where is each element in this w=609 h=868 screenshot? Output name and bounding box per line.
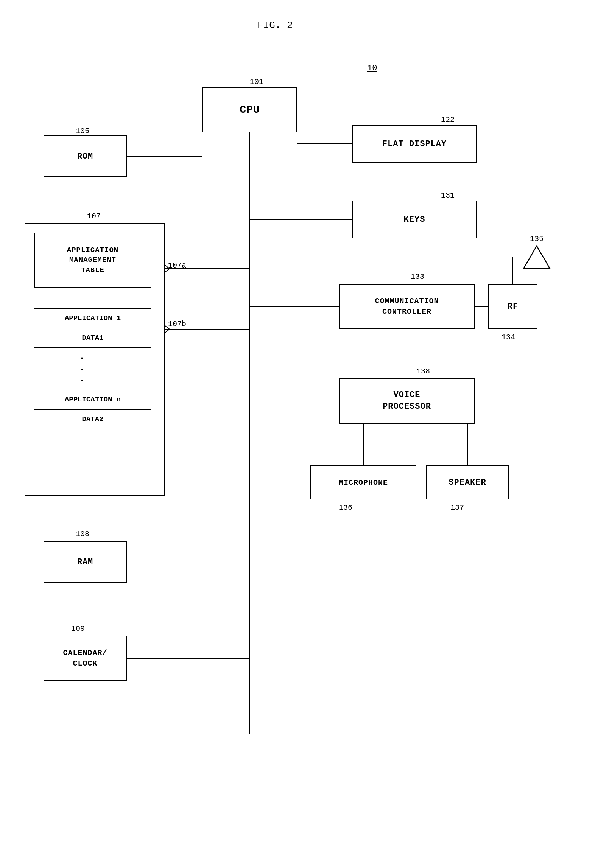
microphone-box: MICROPHONE bbox=[310, 465, 416, 499]
keys-ref: 131 bbox=[441, 191, 455, 200]
dot1: . bbox=[79, 352, 84, 361]
keys-box: KEYS bbox=[352, 201, 477, 238]
rf-ref: 134 bbox=[502, 333, 515, 342]
svg-line-18 bbox=[165, 329, 170, 333]
cpu-ref: 101 bbox=[250, 78, 263, 86]
calendar-clock-box: CALENDAR/ CLOCK bbox=[44, 636, 127, 681]
dot3: . bbox=[79, 375, 84, 384]
rf-box: RF bbox=[488, 284, 537, 329]
flat-display-ref: 122 bbox=[441, 115, 455, 124]
rom-box: ROM bbox=[44, 135, 127, 177]
figure-title: FIG. 2 bbox=[257, 20, 293, 31]
ram-ref: 108 bbox=[76, 530, 89, 538]
system-label: 10 bbox=[367, 64, 377, 73]
dot2: . bbox=[79, 363, 84, 373]
speaker-ref: 137 bbox=[450, 503, 464, 512]
speaker-box: SPEAKER bbox=[426, 465, 509, 499]
app-management-table-box: APPLICATION MANAGEMENT TABLE bbox=[34, 233, 151, 288]
calendar-clock-ref: 109 bbox=[71, 624, 85, 633]
voice-processor-box: VOICE PROCESSOR bbox=[339, 378, 475, 424]
antenna-ref: 135 bbox=[530, 235, 544, 243]
cpu-box: CPU bbox=[202, 87, 297, 132]
bus107b-label: 107b bbox=[168, 320, 186, 328]
appN-box: APPLICATION n bbox=[34, 390, 151, 409]
rom-ref: 105 bbox=[76, 127, 89, 135]
app-management-ref: 107 bbox=[87, 212, 101, 221]
antenna bbox=[522, 242, 552, 274]
svg-marker-0 bbox=[523, 246, 550, 269]
flat-display-box: FLAT DISPLAY bbox=[352, 125, 477, 163]
app1-box: APPLICATION 1 bbox=[34, 308, 151, 328]
diagram: FIG. 2 10 CPU 101 FLAT DISPLAY 122 ROM 1… bbox=[0, 0, 609, 868]
comm-controller-box: COMMUNICATION CONTROLLER bbox=[339, 284, 475, 329]
voice-processor-ref: 138 bbox=[416, 367, 430, 376]
microphone-ref: 136 bbox=[339, 503, 352, 512]
data1-box: DATA1 bbox=[34, 328, 151, 348]
ram-box: RAM bbox=[44, 541, 127, 583]
data2-box: DATA2 bbox=[34, 409, 151, 429]
bus107a-label: 107a bbox=[168, 261, 186, 270]
comm-controller-ref: 133 bbox=[411, 272, 424, 281]
